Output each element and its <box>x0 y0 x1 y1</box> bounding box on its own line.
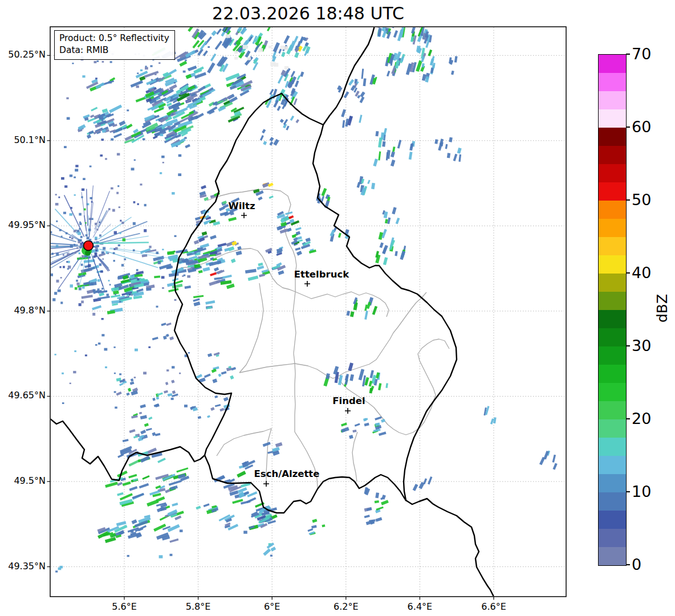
echo-bin <box>219 206 225 211</box>
colorbar-segment <box>599 255 626 274</box>
echo-bin <box>245 269 257 274</box>
y-axis-tick-label: 49.95°N <box>0 219 46 230</box>
echo-bin <box>180 529 183 532</box>
regional-border-path <box>239 364 338 378</box>
echo-bin <box>61 177 64 180</box>
city-marker-cross <box>241 213 247 218</box>
clutter-bin <box>149 246 151 248</box>
echo-bin <box>391 152 395 158</box>
echo-bin <box>263 141 267 145</box>
clutter-bin <box>121 264 124 267</box>
echo-bin <box>277 106 281 111</box>
clutter-bin <box>133 222 136 225</box>
ne-ettelbruck-cluster-echoes <box>375 229 406 266</box>
colorbar-segment <box>599 547 626 565</box>
echo-bin <box>224 248 229 252</box>
clutter-bin <box>114 231 117 234</box>
x-axis-tick-label: 6°E <box>243 601 300 612</box>
y-axis-tick-label: 49.8°N <box>0 305 46 316</box>
clutter-bin <box>26 210 29 213</box>
echo-bin <box>155 403 160 407</box>
radar-map-canvas <box>0 0 675 616</box>
echo-bin <box>382 141 385 147</box>
y-axis-tick-label: 50.1°N <box>0 134 46 145</box>
echo-bin <box>375 417 382 421</box>
echo-bin <box>92 305 101 311</box>
clutter-spoke <box>87 189 88 226</box>
clutter-bin <box>158 261 161 264</box>
echo-bin <box>128 474 137 479</box>
echo-bin <box>117 454 124 458</box>
echo-bin <box>119 373 121 375</box>
national-border-path <box>406 499 494 597</box>
echo-bin <box>210 235 217 239</box>
echo-bin <box>97 296 110 300</box>
echo-bin <box>386 152 388 161</box>
clutter-bin <box>95 245 97 247</box>
city-marker-layer <box>241 213 351 487</box>
echo-bin <box>163 336 167 340</box>
clutter-bin <box>56 280 59 283</box>
clutter-bin <box>95 236 97 239</box>
echo-bin <box>379 431 387 436</box>
echo-bin <box>70 383 71 385</box>
echo-bin <box>70 213 73 215</box>
echo-bin <box>428 476 432 484</box>
echo-bin <box>157 507 164 512</box>
vianden-green-cluster-echoes <box>346 297 377 320</box>
echo-bin <box>382 30 387 38</box>
echo-bin <box>204 373 211 378</box>
echo-bin <box>100 154 103 157</box>
echo-bin <box>300 71 304 76</box>
echo-bin <box>169 539 178 543</box>
clutter-bin <box>120 232 121 234</box>
echo-bin <box>87 134 91 139</box>
echo-bin <box>185 144 190 148</box>
clutter-bin <box>24 215 26 217</box>
echo-bin <box>168 524 180 532</box>
colorbar-segment <box>599 419 626 438</box>
echo-bin <box>330 230 335 237</box>
clutter-bin <box>97 288 100 291</box>
echo-bin <box>395 251 397 256</box>
echo-bin <box>156 306 158 308</box>
echo-bin <box>270 137 274 141</box>
echo-bin <box>140 70 143 71</box>
echo-bin <box>223 397 229 402</box>
clutter-bin <box>47 251 50 254</box>
echo-bin <box>291 71 295 77</box>
echo-bin <box>363 78 367 86</box>
echo-bin <box>352 430 356 433</box>
clutter-spoke <box>98 217 131 239</box>
echo-bin <box>326 373 330 379</box>
echo-bin <box>280 222 287 227</box>
echo-bin <box>174 299 177 301</box>
clutter-bin <box>28 203 30 205</box>
colorbar-segment <box>599 292 626 310</box>
echo-bin <box>454 56 458 62</box>
echo-bin <box>171 398 174 400</box>
echo-bin <box>297 75 301 80</box>
echo-bin <box>127 109 129 111</box>
echo-bin <box>307 528 313 532</box>
clutter-bin <box>156 252 159 255</box>
echo-bin <box>349 374 354 381</box>
echo-bin <box>117 492 124 496</box>
clutter-bin <box>88 264 91 267</box>
echo-bin <box>198 416 201 419</box>
y-axis-tick-label: 49.5°N <box>0 475 46 486</box>
echo-bin <box>169 84 177 91</box>
echo-bin <box>82 75 85 77</box>
colorbar-segment <box>599 438 626 456</box>
echo-bin <box>149 91 152 92</box>
clutter-bin <box>79 223 82 225</box>
echo-bin <box>197 48 204 56</box>
clutter-bin <box>78 239 80 241</box>
echo-bin <box>132 493 144 499</box>
echo-bin <box>105 537 116 543</box>
echo-bin <box>281 52 286 57</box>
echo-bin <box>104 348 108 351</box>
echo-bin <box>364 515 370 518</box>
clutter-bin <box>78 232 81 235</box>
clutter-bin <box>109 284 111 285</box>
